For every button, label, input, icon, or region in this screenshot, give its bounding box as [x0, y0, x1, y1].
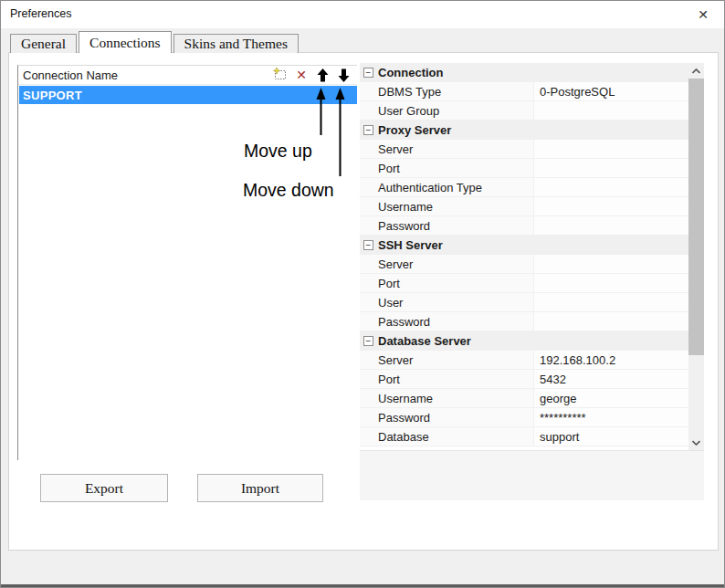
property-row: User Group — [360, 101, 688, 121]
property-value[interactable] — [533, 178, 688, 196]
connection-list: Connection Name ✕ SUPPORT — [17, 65, 357, 460]
property-value[interactable] — [533, 274, 688, 292]
move-down-icon[interactable] — [336, 68, 351, 83]
property-value[interactable]: 0-PostgreSQL — [533, 82, 688, 100]
window-title: Preferences — [10, 7, 71, 20]
annotation-move-down: Move down — [243, 180, 334, 201]
property-value[interactable]: support — [533, 427, 688, 446]
property-label: Port — [378, 162, 533, 175]
property-value[interactable]: 5432 — [533, 370, 688, 388]
property-row: Port 5432 — [360, 370, 688, 389]
property-value[interactable] — [533, 293, 688, 311]
scroll-down-icon[interactable] — [688, 435, 704, 450]
property-label: Password — [378, 315, 533, 329]
property-label: Password — [378, 411, 533, 425]
new-connection-icon[interactable] — [273, 68, 288, 83]
group-header-connection[interactable]: − Connection — [360, 63, 688, 82]
property-row: User — [360, 293, 688, 312]
property-row: Port — [360, 159, 688, 178]
property-label: Server — [378, 257, 533, 271]
property-value[interactable]: 192.168.100.2 — [533, 351, 688, 369]
preferences-dialog: Preferences ✕ General Connections Skins … — [0, 0, 725, 588]
property-row: Server — [360, 255, 688, 274]
property-value[interactable] — [533, 312, 688, 331]
property-label: DBMS Type — [378, 85, 533, 99]
property-label: User — [378, 296, 533, 310]
property-value[interactable]: ********** — [533, 408, 688, 426]
connection-row-support[interactable]: SUPPORT — [19, 86, 357, 104]
tab-skins-and-themes[interactable]: Skins and Themes — [173, 34, 299, 53]
property-row: Database support — [360, 427, 688, 446]
annotation-move-up: Move up — [244, 141, 312, 162]
move-up-icon[interactable] — [315, 68, 330, 83]
group-header-ssh-server[interactable]: − SSH Server — [360, 236, 688, 255]
property-row: Port — [360, 274, 688, 293]
column-header-connection-name: Connection Name — [18, 68, 273, 82]
tab-strip: General Connections Skins and Themes — [10, 31, 300, 53]
property-label: Authentication Type — [378, 181, 533, 194]
property-grid-scrollbar[interactable] — [688, 63, 704, 450]
property-label: Server — [378, 142, 533, 156]
connection-list-header: Connection Name ✕ — [18, 66, 357, 85]
property-label: Port — [378, 373, 533, 386]
group-header-proxy-server[interactable]: − Proxy Server — [360, 121, 688, 140]
property-label: Database — [378, 430, 533, 444]
collapse-icon[interactable]: − — [363, 125, 373, 135]
property-row: Password — [360, 216, 688, 236]
property-value[interactable] — [533, 101, 688, 120]
property-label: Username — [378, 392, 533, 405]
group-header-database-server[interactable]: − Database Server — [360, 331, 688, 351]
collapse-icon[interactable]: − — [363, 240, 373, 250]
collapse-icon[interactable]: − — [363, 336, 373, 346]
import-button[interactable]: Import — [197, 474, 323, 502]
property-label: Username — [378, 200, 533, 214]
property-label: Password — [378, 219, 533, 233]
export-button[interactable]: Export — [40, 474, 168, 502]
scrollbar-thumb[interactable] — [688, 79, 704, 355]
property-row: Password — [360, 312, 688, 331]
group-title: Proxy Server — [378, 123, 451, 137]
tab-general[interactable]: General — [10, 34, 77, 53]
property-row: Server 192.168.100.2 — [360, 351, 688, 370]
property-value[interactable] — [533, 197, 688, 215]
property-value[interactable] — [533, 140, 688, 158]
property-row: Server — [360, 140, 688, 159]
group-title: Connection — [378, 66, 444, 79]
delete-connection-icon[interactable]: ✕ — [294, 68, 309, 83]
property-row: Username — [360, 197, 688, 216]
property-grid-rows: − Connection DBMS Type 0-PostgreSQL User… — [360, 63, 688, 450]
property-label: Server — [378, 353, 533, 367]
close-icon[interactable]: ✕ — [689, 4, 717, 26]
property-grid: − Connection DBMS Type 0-PostgreSQL User… — [360, 63, 704, 500]
property-value[interactable] — [533, 255, 688, 273]
property-row: Authentication Type — [360, 178, 688, 197]
window-bottom-edge — [1, 584, 724, 588]
group-title: SSH Server — [378, 238, 443, 252]
property-label: User Group — [378, 104, 533, 118]
titlebar: Preferences ✕ — [1, 1, 724, 28]
property-value[interactable] — [533, 216, 688, 235]
property-row: DBMS Type 0-PostgreSQL — [360, 82, 688, 101]
property-label: Port — [378, 277, 533, 290]
property-value[interactable]: george — [533, 389, 688, 407]
group-title: Database Server — [378, 334, 471, 348]
property-row: Username george — [360, 389, 688, 408]
property-grid-footer — [360, 450, 704, 500]
collapse-icon[interactable]: − — [363, 68, 373, 78]
scroll-up-icon[interactable] — [688, 63, 704, 79]
property-value[interactable] — [533, 159, 688, 177]
property-row: Password ********** — [360, 408, 688, 427]
tab-connections[interactable]: Connections — [79, 31, 172, 53]
